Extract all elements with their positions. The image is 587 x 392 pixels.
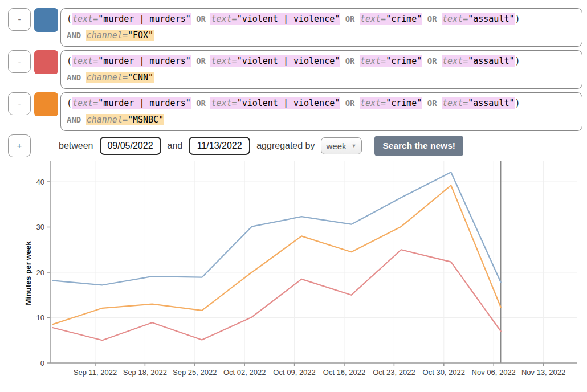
or-keyword: OR — [340, 56, 360, 66]
query-line-2: AND channel="MSNBC" — [67, 112, 576, 128]
controls-row: + between and aggregated by week ▼ Searc… — [8, 134, 582, 157]
equals-sign: = — [93, 98, 98, 108]
x-tick-label: Nov 06, 2022 — [472, 368, 516, 377]
y-tick-label: 10 — [36, 313, 44, 322]
series-line-fox — [52, 172, 501, 285]
and-keyword: AND — [67, 115, 86, 124]
text-clause-token: text="assault" — [442, 97, 515, 109]
search-button[interactable]: Search the news! — [374, 136, 463, 156]
clause-value: "MSNBC" — [128, 115, 164, 125]
or-keyword: OR — [422, 99, 442, 108]
x-tick-label: Oct 30, 2022 — [423, 368, 465, 377]
equals-sign: = — [381, 98, 386, 108]
equals-sign: = — [93, 14, 98, 24]
clause-field: text — [360, 56, 381, 66]
clause-field: channel — [87, 115, 123, 125]
clause-field: text — [442, 98, 463, 108]
channel-clause-token: channel="CNN" — [86, 72, 154, 83]
news-coverage-chart[interactable]: 010203040Sep 11, 2022Sep 18, 2022Sep 25,… — [0, 160, 587, 390]
x-tick-label: Sep 25, 2022 — [173, 368, 217, 377]
chart-area: 010203040Sep 11, 2022Sep 18, 2022Sep 25,… — [0, 160, 587, 392]
channel-clause-token: channel="FOX" — [86, 30, 154, 41]
or-keyword: OR — [191, 56, 211, 66]
text-clause-token: text="crime" — [360, 97, 422, 109]
equals-sign: = — [381, 56, 386, 66]
clause-value: "CNN" — [128, 72, 153, 83]
text-clause-token: text="crime" — [360, 55, 422, 67]
end-date-input[interactable] — [189, 137, 250, 155]
clause-field: text — [360, 98, 381, 108]
text-clause-token: text="assault" — [442, 13, 515, 24]
clause-field: text — [72, 98, 93, 108]
query-input[interactable]: (text="murder | murders" OR text="violen… — [60, 92, 582, 131]
aggregated-by-label: aggregated by — [256, 141, 315, 151]
series-line-cnn — [52, 250, 501, 340]
clause-field: channel — [87, 30, 123, 40]
series-line-msnbc — [52, 185, 501, 324]
equals-sign: = — [463, 98, 468, 108]
text-clause-token: text="murder | murders" — [72, 13, 191, 24]
equals-sign: = — [463, 56, 468, 66]
clause-value: "assault" — [468, 98, 514, 108]
or-keyword: OR — [191, 99, 211, 108]
query-row: -(text="murder | murders" OR text="viole… — [8, 92, 582, 131]
y-tick-label: 20 — [36, 268, 44, 277]
clause-field: channel — [87, 72, 123, 83]
equals-sign: = — [232, 14, 237, 24]
query-color-swatch[interactable] — [34, 92, 58, 116]
close-paren: ) — [515, 98, 520, 108]
and-label: and — [168, 141, 183, 151]
text-clause-token: text="murder | murders" — [72, 55, 191, 67]
text-clause-token: text="assault" — [442, 55, 515, 67]
query-input[interactable]: (text="murder | murders" OR text="violen… — [60, 8, 582, 47]
clause-field: text — [442, 14, 463, 24]
text-clause-token: text="violent | violence" — [210, 97, 340, 109]
clause-field: text — [442, 56, 463, 66]
query-line-1: (text="murder | murders" OR text="violen… — [67, 95, 576, 112]
clause-field: text — [360, 14, 381, 24]
or-keyword: OR — [422, 56, 442, 66]
equals-sign: = — [232, 56, 237, 66]
y-tick-label: 30 — [36, 223, 44, 231]
x-tick-label: Oct 23, 2022 — [373, 368, 415, 377]
open-paren: ( — [67, 98, 72, 108]
and-keyword: AND — [67, 31, 86, 40]
x-tick-label: Sep 11, 2022 — [74, 368, 117, 377]
between-label: between — [59, 141, 93, 151]
query-color-swatch[interactable] — [34, 8, 58, 32]
remove-query-button[interactable]: - — [8, 92, 31, 115]
remove-query-button[interactable]: - — [8, 8, 31, 31]
query-input[interactable]: (text="murder | murders" OR text="violen… — [60, 50, 582, 89]
chevron-down-icon: ▼ — [352, 143, 357, 149]
x-tick-label: Oct 16, 2022 — [323, 368, 365, 377]
equals-sign: = — [381, 14, 386, 24]
equals-sign: = — [232, 98, 237, 108]
start-date-input[interactable] — [100, 137, 161, 155]
query-line-2: AND channel="CNN" — [67, 70, 576, 86]
or-keyword: OR — [340, 14, 360, 23]
query-color-swatch[interactable] — [34, 50, 58, 74]
equals-sign: = — [123, 115, 128, 125]
and-keyword: AND — [67, 73, 86, 82]
aggregate-select[interactable]: week ▼ — [321, 137, 362, 154]
close-paren: ) — [515, 14, 520, 24]
equals-sign: = — [123, 30, 128, 40]
clause-value: "crime" — [386, 98, 422, 108]
equals-sign: = — [123, 72, 128, 83]
open-paren: ( — [67, 56, 72, 66]
clause-value: "murder | murders" — [98, 14, 191, 24]
clause-value: "assault" — [468, 56, 514, 66]
add-query-button[interactable]: + — [8, 134, 31, 157]
channel-clause-token: channel="MSNBC" — [86, 114, 164, 125]
clause-value: "violent | violence" — [237, 98, 340, 108]
tv-news-search-app: -(text="murder | murders" OR text="viole… — [0, 0, 587, 392]
remove-query-button[interactable]: - — [8, 50, 31, 73]
x-tick-label: Oct 02, 2022 — [223, 368, 266, 377]
clause-value: "assault" — [468, 14, 514, 24]
close-paren: ) — [515, 56, 520, 66]
clause-value: "violent | violence" — [237, 14, 340, 24]
clause-value: "murder | murders" — [98, 98, 191, 108]
text-clause-token: text="crime" — [360, 13, 422, 24]
y-tick-label: 0 — [40, 359, 44, 368]
clause-field: text — [211, 98, 231, 108]
